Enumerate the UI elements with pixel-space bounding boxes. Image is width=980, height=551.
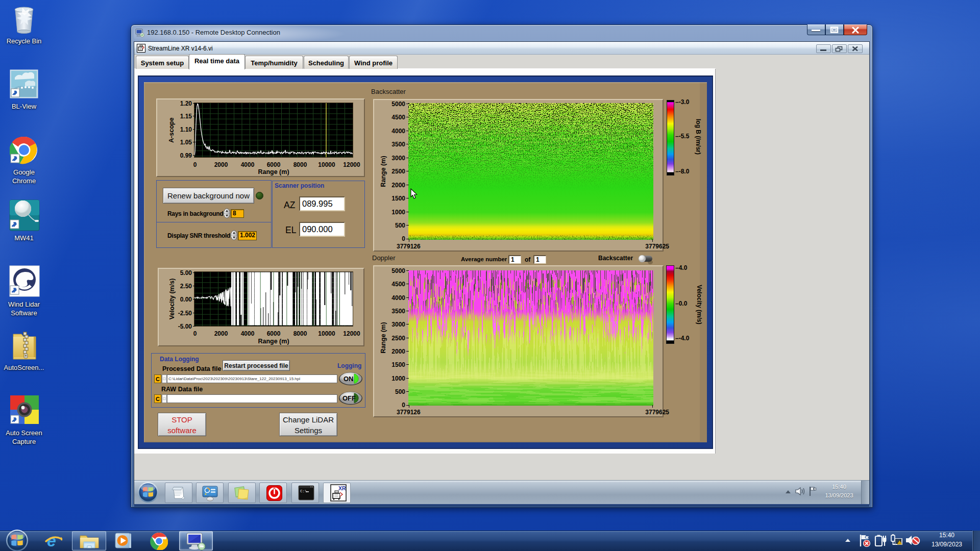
svg-text:ON: ON — [344, 375, 354, 383]
svg-text:OFF: OFF — [342, 394, 356, 402]
svg-text:XR: XR — [338, 485, 346, 491]
svg-text:e: e — [47, 532, 56, 550]
